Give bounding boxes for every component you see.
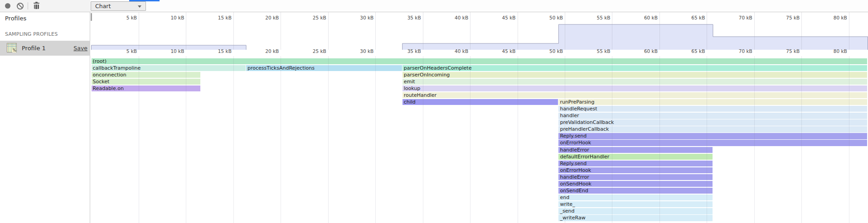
sidebar-item-profile-1[interactable]: % Profile 1 Save	[0, 41, 90, 56]
flame-bar[interactable]: routeHandler	[402, 92, 868, 98]
overview-grid-line	[612, 12, 612, 50]
flame-bar[interactable]: callbackTrampoline	[92, 65, 246, 71]
flame-chart: (root)callbackTrampolineprocessTicksAndR…	[90, 56, 868, 223]
overview-grid-line	[328, 12, 329, 50]
overview-grid-line	[139, 12, 139, 50]
overview-grid-line	[849, 12, 849, 50]
overview-grid-line	[470, 12, 470, 50]
overview-grid-line	[518, 12, 518, 50]
overview-grid-line	[659, 12, 660, 50]
chart-ruler-tick-label: 45 kB	[502, 48, 516, 54]
overview-ruler-tick-label: 65 kB	[691, 15, 705, 20]
flame-bar[interactable]: Socket	[92, 79, 200, 85]
chart-ruler-tick-label: 65 kB	[691, 48, 705, 54]
chart-ruler-tick-label: 70 kB	[739, 48, 752, 54]
overview-ruler-tick-label: 15 kB	[218, 15, 232, 20]
block-clear-icon	[17, 3, 24, 9]
flame-bar[interactable]: runPreParsing	[558, 99, 867, 105]
overview-ruler-tick-label: 10 kB	[170, 15, 184, 20]
trash-icon	[34, 3, 39, 9]
flame-grid-line	[139, 56, 139, 223]
chart-ruler-tick-label: 75 kB	[786, 48, 800, 54]
chart-ruler-tick-label: 60 kB	[644, 48, 658, 54]
flame-grid-line	[849, 56, 849, 223]
flame-bar[interactable]: lookup	[402, 85, 868, 91]
flame-bar[interactable]: processTicksAndRejections	[246, 65, 402, 71]
flame-bar[interactable]: handleError	[558, 174, 713, 180]
overview-grid-line	[233, 12, 234, 50]
flame-grid-line	[423, 56, 423, 223]
flame-bar[interactable]: _send	[558, 208, 713, 214]
overview-ruler-tick-label: 35 kB	[407, 15, 421, 20]
flame-grid-line	[565, 56, 565, 223]
profile-document-icon: %	[7, 43, 17, 52]
chart-ruler-tick-label: 35 kB	[407, 48, 421, 54]
flame-grid-line	[659, 56, 660, 223]
flame-bar[interactable]: write_	[558, 201, 713, 207]
flame-bar[interactable]: onErrorHook	[558, 167, 713, 173]
overview-grid-line	[754, 12, 755, 50]
flame-bar[interactable]: handleRequest	[558, 106, 867, 112]
flame-bar[interactable]: handler	[558, 113, 867, 119]
overview-ruler-tick-label: 80 kB	[834, 15, 847, 20]
flame-grid-line	[754, 56, 755, 223]
save-profile-link[interactable]: Save	[73, 45, 87, 52]
flame-bar[interactable]: preHandlerCallback	[558, 126, 867, 132]
overview-ruler-tick-label: 70 kB	[739, 15, 752, 20]
chevron-down-icon	[138, 5, 141, 8]
flame-grid-line	[375, 56, 376, 223]
sidebar-heading: Profiles	[5, 15, 26, 22]
profile-name: Profile 1	[22, 45, 46, 52]
flame-bar[interactable]: onSendEnd	[558, 188, 713, 194]
flame-bar[interactable]: parserOnIncoming	[402, 72, 868, 78]
flame-bar[interactable]: preValidationCallback	[558, 119, 867, 125]
chart-ruler-tick-label: 40 kB	[455, 48, 468, 54]
flame-grid-line	[328, 56, 329, 223]
overview-ruler-tick-label: 75 kB	[786, 15, 800, 20]
overview-grid-line	[565, 12, 565, 50]
overview-grid-line	[186, 12, 186, 50]
overview-ruler-tick-label: 55 kB	[596, 15, 610, 20]
flame-bar[interactable]: (root)	[92, 58, 868, 64]
chart-ruler-tick-label: 10 kB	[170, 48, 184, 54]
chart-view-toolbar: Chart	[90, 0, 868, 12]
overview-ruler-tick-label: 40 kB	[455, 15, 468, 20]
flame-bar[interactable]: onErrorHook	[558, 140, 867, 146]
overview-grid-line	[281, 12, 281, 50]
delete-profile-button[interactable]	[31, 0, 42, 12]
flame-bar[interactable]: Reply.send	[558, 161, 713, 166]
flame-grid-line	[707, 56, 707, 223]
flame-bar[interactable]: child	[402, 99, 558, 105]
clear-profiles-button[interactable]	[15, 0, 25, 12]
flame-bar[interactable]: emit	[402, 79, 868, 85]
chart-ruler-tick-label: 25 kB	[313, 48, 326, 54]
chart-ruler-tick-label: 15 kB	[218, 48, 232, 54]
selection-handle[interactable]	[91, 13, 92, 21]
flame-grid-line	[518, 56, 518, 223]
view-mode-value: Chart	[95, 3, 111, 9]
profiler-toolbar	[0, 0, 90, 12]
flame-bar[interactable]: _writeRaw	[558, 215, 713, 221]
chart-ruler-tick-label: 20 kB	[265, 48, 279, 54]
flame-grid-line	[186, 56, 186, 223]
flame-bar[interactable]: onconnection	[92, 72, 200, 78]
overview-grid-line	[375, 12, 376, 50]
overview-ruler-tick-label: 60 kB	[644, 15, 658, 20]
flame-bar[interactable]: parserOnHeadersComplete	[402, 65, 868, 71]
flame-bar[interactable]: Readable.on	[92, 85, 200, 91]
flame-bar[interactable]: defaultErrorHandler	[558, 154, 713, 160]
flame-bar[interactable]: onSendHook	[558, 181, 713, 187]
flame-grid-line	[470, 56, 470, 223]
flame-bar[interactable]: handleError	[558, 147, 713, 153]
flame-grid-line	[801, 56, 802, 223]
flame-grid-line	[233, 56, 234, 223]
record-heap-profile-button[interactable]	[2, 0, 13, 12]
flame-bar[interactable]: end	[558, 195, 713, 200]
chart-ruler-tick-label: 55 kB	[596, 48, 610, 54]
view-mode-select[interactable]: Chart	[91, 1, 146, 11]
overview-ruler-tick-label: 25 kB	[313, 15, 326, 20]
overview-grid-line	[707, 12, 707, 50]
overview-grid-line	[801, 12, 802, 50]
flame-bar[interactable]: Reply.send	[558, 133, 867, 139]
sampling-profiles-section-label: SAMPLING PROFILES	[5, 31, 58, 37]
